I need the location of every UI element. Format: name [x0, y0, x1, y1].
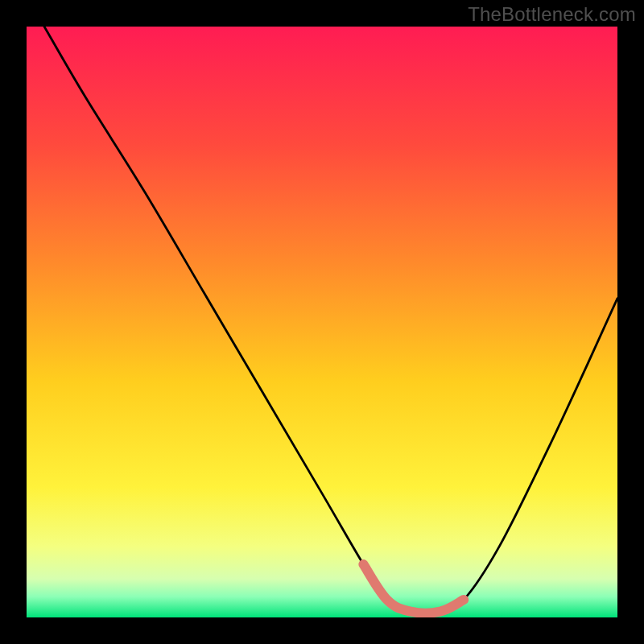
watermark-text: TheBottleneck.com: [468, 3, 636, 26]
bottleneck-chart: [27, 27, 617, 617]
chart-frame: TheBottleneck.com: [0, 0, 644, 644]
plot-area: [27, 27, 617, 617]
gradient-background: [27, 27, 617, 617]
